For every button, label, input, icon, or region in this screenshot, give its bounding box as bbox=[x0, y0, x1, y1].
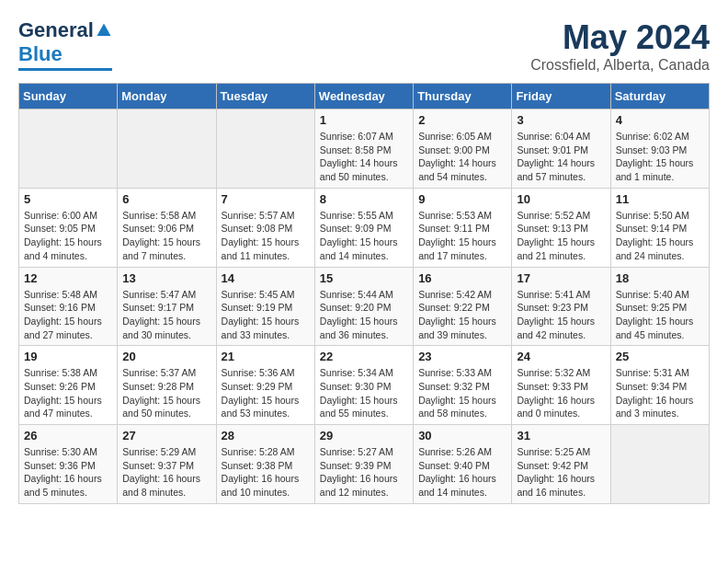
calendar-cell-w4-d2: 20Sunrise: 5:37 AM Sunset: 9:28 PM Dayli… bbox=[118, 346, 216, 425]
day-number: 4 bbox=[616, 113, 704, 127]
calendar-cell-w4-d5: 23Sunrise: 5:33 AM Sunset: 9:32 PM Dayli… bbox=[414, 346, 512, 425]
calendar-cell-w4-d6: 24Sunrise: 5:32 AM Sunset: 9:33 PM Dayli… bbox=[512, 346, 610, 425]
day-info: Sunrise: 5:36 AM Sunset: 9:29 PM Dayligh… bbox=[222, 366, 310, 420]
calendar-cell-w1-d5: 2Sunrise: 6:05 AM Sunset: 9:00 PM Daylig… bbox=[414, 109, 512, 189]
day-info: Sunrise: 5:25 AM Sunset: 9:42 PM Dayligh… bbox=[517, 445, 605, 500]
day-number: 2 bbox=[418, 113, 506, 127]
calendar-cell-w5-d4: 29Sunrise: 5:27 AM Sunset: 9:39 PM Dayli… bbox=[314, 425, 413, 504]
day-info: Sunrise: 5:45 AM Sunset: 9:19 PM Dayligh… bbox=[222, 288, 310, 342]
day-info: Sunrise: 5:34 AM Sunset: 9:30 PM Dayligh… bbox=[320, 366, 408, 420]
day-number: 24 bbox=[517, 350, 605, 363]
calendar-cell-w3-d6: 17Sunrise: 5:41 AM Sunset: 9:23 PM Dayli… bbox=[512, 267, 610, 346]
calendar-cell-w4-d1: 19Sunrise: 5:38 AM Sunset: 9:26 PM Dayli… bbox=[19, 346, 118, 425]
day-number: 3 bbox=[517, 113, 605, 127]
header-tuesday: Tuesday bbox=[216, 84, 314, 109]
day-number: 10 bbox=[517, 192, 605, 206]
calendar-cell-w1-d3 bbox=[216, 109, 314, 189]
page-header: General Blue May 2024 Crossfield, Albert… bbox=[18, 18, 710, 74]
day-number: 21 bbox=[222, 350, 310, 363]
day-info: Sunrise: 5:27 AM Sunset: 9:39 PM Dayligh… bbox=[320, 445, 408, 500]
header-wednesday: Wednesday bbox=[314, 84, 413, 109]
calendar-cell-w3-d7: 18Sunrise: 5:40 AM Sunset: 9:25 PM Dayli… bbox=[610, 267, 709, 346]
day-info: Sunrise: 5:52 AM Sunset: 9:13 PM Dayligh… bbox=[517, 209, 605, 263]
day-info: Sunrise: 5:57 AM Sunset: 9:08 PM Dayligh… bbox=[222, 209, 310, 263]
svg-marker-0 bbox=[97, 24, 110, 37]
title-section: May 2024 Crossfield, Alberta, Canada bbox=[530, 18, 710, 74]
calendar-cell-w5-d1: 26Sunrise: 5:30 AM Sunset: 9:36 PM Dayli… bbox=[19, 425, 118, 504]
calendar-cell-w5-d2: 27Sunrise: 5:29 AM Sunset: 9:37 PM Dayli… bbox=[118, 425, 216, 504]
day-info: Sunrise: 5:32 AM Sunset: 9:33 PM Dayligh… bbox=[517, 366, 605, 420]
calendar-week-3: 12Sunrise: 5:48 AM Sunset: 9:16 PM Dayli… bbox=[19, 267, 710, 346]
calendar-cell-w3-d2: 13Sunrise: 5:47 AM Sunset: 9:17 PM Dayli… bbox=[118, 267, 216, 346]
logo-underline bbox=[18, 68, 112, 71]
logo-icon bbox=[96, 22, 112, 39]
calendar-cell-w2-d4: 8Sunrise: 5:55 AM Sunset: 9:09 PM Daylig… bbox=[314, 188, 413, 267]
day-number: 1 bbox=[320, 113, 408, 127]
calendar-cell-w3-d4: 15Sunrise: 5:44 AM Sunset: 9:20 PM Dayli… bbox=[314, 267, 413, 346]
calendar-cell-w2-d1: 5Sunrise: 6:00 AM Sunset: 9:05 PM Daylig… bbox=[19, 188, 118, 267]
calendar-cell-w4-d7: 25Sunrise: 5:31 AM Sunset: 9:34 PM Dayli… bbox=[610, 346, 709, 425]
calendar-cell-w1-d6: 3Sunrise: 6:04 AM Sunset: 9:01 PM Daylig… bbox=[512, 109, 610, 189]
calendar-table: Sunday Monday Tuesday Wednesday Thursday… bbox=[18, 83, 710, 504]
day-number: 30 bbox=[418, 429, 506, 442]
calendar-cell-w5-d5: 30Sunrise: 5:26 AM Sunset: 9:40 PM Dayli… bbox=[414, 425, 512, 504]
calendar-cell-w5-d7 bbox=[610, 425, 709, 504]
day-number: 11 bbox=[616, 192, 704, 206]
logo-text: General bbox=[18, 18, 112, 42]
day-info: Sunrise: 5:40 AM Sunset: 9:25 PM Dayligh… bbox=[616, 288, 704, 342]
day-info: Sunrise: 5:48 AM Sunset: 9:16 PM Dayligh… bbox=[24, 288, 112, 342]
day-number: 14 bbox=[222, 271, 310, 285]
day-number: 7 bbox=[222, 192, 310, 206]
calendar-cell-w1-d7: 4Sunrise: 6:02 AM Sunset: 9:03 PM Daylig… bbox=[610, 109, 709, 189]
day-number: 18 bbox=[616, 271, 704, 285]
day-info: Sunrise: 6:07 AM Sunset: 8:58 PM Dayligh… bbox=[320, 130, 408, 184]
header-saturday: Saturday bbox=[610, 84, 709, 109]
calendar-header-row: Sunday Monday Tuesday Wednesday Thursday… bbox=[19, 84, 710, 109]
day-info: Sunrise: 5:31 AM Sunset: 9:34 PM Dayligh… bbox=[616, 366, 704, 420]
day-info: Sunrise: 5:44 AM Sunset: 9:20 PM Dayligh… bbox=[320, 288, 408, 342]
logo: General Blue bbox=[18, 18, 112, 71]
day-number: 15 bbox=[320, 271, 408, 285]
calendar-cell-w1-d1 bbox=[19, 109, 118, 189]
calendar-cell-w5-d6: 31Sunrise: 5:25 AM Sunset: 9:42 PM Dayli… bbox=[512, 425, 610, 504]
day-info: Sunrise: 6:02 AM Sunset: 9:03 PM Dayligh… bbox=[616, 130, 704, 184]
calendar-cell-w2-d3: 7Sunrise: 5:57 AM Sunset: 9:08 PM Daylig… bbox=[216, 188, 314, 267]
day-info: Sunrise: 5:37 AM Sunset: 9:28 PM Dayligh… bbox=[122, 366, 210, 420]
day-number: 6 bbox=[122, 192, 210, 206]
day-number: 16 bbox=[418, 271, 506, 285]
header-friday: Friday bbox=[512, 84, 610, 109]
day-number: 19 bbox=[24, 350, 112, 363]
day-number: 8 bbox=[320, 192, 408, 206]
header-monday: Monday bbox=[118, 84, 216, 109]
day-number: 25 bbox=[616, 350, 704, 363]
main-title: May 2024 bbox=[530, 18, 710, 57]
calendar-week-5: 26Sunrise: 5:30 AM Sunset: 9:36 PM Dayli… bbox=[19, 425, 710, 504]
day-info: Sunrise: 6:00 AM Sunset: 9:05 PM Dayligh… bbox=[24, 209, 112, 263]
calendar-cell-w3-d1: 12Sunrise: 5:48 AM Sunset: 9:16 PM Dayli… bbox=[19, 267, 118, 346]
calendar-cell-w3-d5: 16Sunrise: 5:42 AM Sunset: 9:22 PM Dayli… bbox=[414, 267, 512, 346]
day-info: Sunrise: 5:29 AM Sunset: 9:37 PM Dayligh… bbox=[122, 445, 210, 500]
day-number: 5 bbox=[24, 192, 112, 206]
calendar-week-2: 5Sunrise: 6:00 AM Sunset: 9:05 PM Daylig… bbox=[19, 188, 710, 267]
calendar-cell-w2-d6: 10Sunrise: 5:52 AM Sunset: 9:13 PM Dayli… bbox=[512, 188, 610, 267]
day-number: 9 bbox=[418, 192, 506, 206]
day-info: Sunrise: 5:28 AM Sunset: 9:38 PM Dayligh… bbox=[222, 445, 310, 500]
calendar-cell-w2-d2: 6Sunrise: 5:58 AM Sunset: 9:06 PM Daylig… bbox=[118, 188, 216, 267]
logo-blue-text: Blue bbox=[18, 42, 63, 66]
day-number: 28 bbox=[222, 429, 310, 442]
day-info: Sunrise: 5:41 AM Sunset: 9:23 PM Dayligh… bbox=[517, 288, 605, 342]
day-number: 27 bbox=[122, 429, 210, 442]
day-info: Sunrise: 6:04 AM Sunset: 9:01 PM Dayligh… bbox=[517, 130, 605, 184]
day-info: Sunrise: 5:55 AM Sunset: 9:09 PM Dayligh… bbox=[320, 209, 408, 263]
day-number: 26 bbox=[24, 429, 112, 442]
calendar-cell-w2-d7: 11Sunrise: 5:50 AM Sunset: 9:14 PM Dayli… bbox=[610, 188, 709, 267]
calendar-week-1: 1Sunrise: 6:07 AM Sunset: 8:58 PM Daylig… bbox=[19, 109, 710, 189]
day-info: Sunrise: 5:42 AM Sunset: 9:22 PM Dayligh… bbox=[418, 288, 506, 342]
day-info: Sunrise: 5:53 AM Sunset: 9:11 PM Dayligh… bbox=[418, 209, 506, 263]
subtitle: Crossfield, Alberta, Canada bbox=[530, 57, 710, 74]
header-sunday: Sunday bbox=[19, 84, 118, 109]
day-info: Sunrise: 5:58 AM Sunset: 9:06 PM Dayligh… bbox=[122, 209, 210, 263]
day-number: 17 bbox=[517, 271, 605, 285]
day-info: Sunrise: 5:47 AM Sunset: 9:17 PM Dayligh… bbox=[122, 288, 210, 342]
calendar-week-4: 19Sunrise: 5:38 AM Sunset: 9:26 PM Dayli… bbox=[19, 346, 710, 425]
